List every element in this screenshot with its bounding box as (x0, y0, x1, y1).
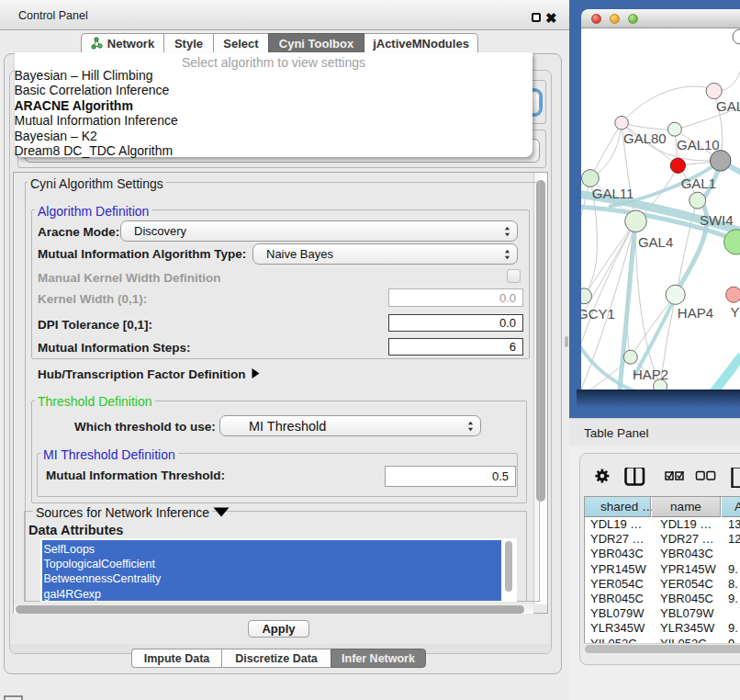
svg-text:HAP4: HAP4 (678, 305, 713, 321)
svg-text:GAL11: GAL11 (592, 186, 634, 201)
svg-text:Y: Y (731, 304, 740, 320)
svg-text:GAL1: GAL1 (681, 175, 716, 191)
svg-text:GAL4: GAL4 (638, 234, 673, 250)
svg-text:GAL2: GAL2 (716, 98, 740, 114)
svg-text:SWI4: SWI4 (700, 212, 734, 228)
svg-text:GAL10: GAL10 (677, 137, 720, 152)
svg-text:GAL80: GAL80 (623, 130, 667, 146)
svg-text:GCY1: GCY1 (581, 306, 615, 322)
svg-text:HAP2: HAP2 (633, 367, 668, 382)
